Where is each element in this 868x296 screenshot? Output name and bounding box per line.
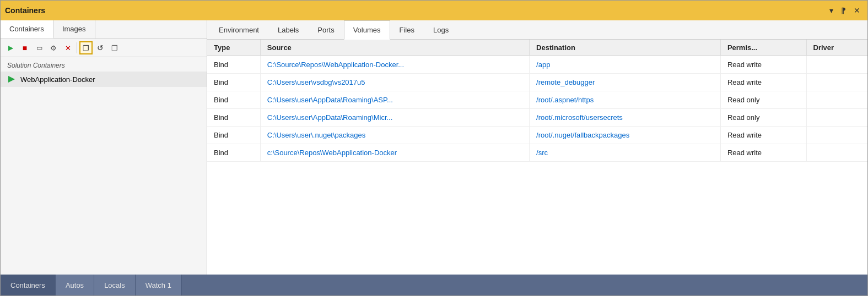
table-row[interactable]: Bindc:\Source\Repos\WebApplication-Docke… [207,144,867,162]
copy-all-button[interactable]: ❐ [108,41,121,54]
cell-source[interactable]: C:\Users\user\AppData\Roaming\ASP... [260,91,529,109]
terminal-button[interactable]: ▭ [33,41,46,54]
destination-link[interactable]: /app [536,61,550,69]
col-source: Source [260,40,529,56]
window-title: Containers [5,6,45,15]
left-toolbar: ▶ ■ ▭ ⚙ ✕ ❐ ↺ [1,39,207,57]
source-link[interactable]: C:\Users\user\AppData\Roaming\ASP... [267,96,393,104]
cell-source[interactable]: C:\Users\user\.nuget\packages [260,127,529,144]
left-tabs: Containers Images [1,20,207,39]
col-driver: Driver [806,40,867,56]
right-panel: Environment Labels Ports Volumes Files L… [207,20,867,275]
destination-link[interactable]: /src [536,149,548,157]
title-bar-left: Containers [5,6,45,15]
table-row[interactable]: BindC:\Source\Repos\WebApplication-Docke… [207,56,867,74]
source-link[interactable]: C:\Source\Repos\WebApplication-Docker... [267,61,404,69]
source-link[interactable]: C:\Users\user\.nuget\packages [267,131,365,139]
col-type: Type [207,40,260,56]
cell-type: Bind [207,109,260,127]
status-tab-autos-label: Autos [66,281,84,289]
main-area: Containers Images ▶ ■ ▭ ⚙ ✕ [1,20,867,275]
tab-images[interactable]: Images [53,20,95,39]
table-row[interactable]: BindC:\Users\user\.nuget\packages/root/.… [207,127,867,144]
cell-source[interactable]: c:\Source\Repos\WebApplication-Docker [260,144,529,162]
volumes-table: Type Source Destination Permis... Driver… [207,40,867,162]
status-tab-locals[interactable]: Locals [94,275,136,295]
source-link[interactable]: C:\Users\user\vsdbg\vs2017u5 [267,78,365,86]
title-bar-controls: ▾ ⁋ ✕ [827,5,863,16]
table-header-row: Type Source Destination Permis... Driver [207,40,867,56]
cell-driver [806,91,867,109]
container-name: WebApplication-Docker [20,75,95,84]
cell-driver [806,56,867,74]
cell-destination[interactable]: /root/.aspnet/https [530,91,721,109]
tab-files[interactable]: Files [390,20,424,40]
stop-button[interactable]: ■ [18,41,31,54]
source-link[interactable]: c:\Source\Repos\WebApplication-Docker [267,149,397,157]
destination-link[interactable]: /root/.aspnet/https [536,96,594,104]
detail-tabs: Environment Labels Ports Volumes Files L… [207,20,867,40]
close-button[interactable]: ✕ [851,5,863,16]
cell-type: Bind [207,56,260,74]
left-panel: Containers Images ▶ ■ ▭ ⚙ ✕ [1,20,207,275]
cell-permissions: Read write [720,56,806,74]
cell-driver [806,74,867,91]
cell-destination[interactable]: /src [530,144,721,162]
cell-permissions: Read write [720,127,806,144]
status-tab-locals-label: Locals [104,281,125,289]
destination-link[interactable]: /remote_debugger [536,78,595,86]
col-destination: Destination [530,40,721,56]
source-link[interactable]: C:\Users\user\AppData\Roaming\Micr... [267,113,393,122]
status-tab-containers[interactable]: Containers [1,275,56,295]
table-row[interactable]: BindC:\Users\user\vsdbg\vs2017u5/remote_… [207,74,867,91]
cell-source[interactable]: C:\Source\Repos\WebApplication-Docker... [260,56,529,74]
cell-type: Bind [207,144,260,162]
destination-link[interactable]: /root/.microsoft/usersecrets [536,113,623,122]
cell-driver [806,109,867,127]
tab-logs[interactable]: Logs [424,20,458,40]
running-icon [7,75,16,84]
table-row[interactable]: BindC:\Users\user\AppData\Roaming\Micr..… [207,109,867,127]
cell-destination[interactable]: /root/.nuget/fallbackpackages [530,127,721,144]
play-button[interactable]: ▶ [4,41,17,54]
tab-ports[interactable]: Ports [308,20,343,40]
solution-label: Solution Containers [1,57,207,72]
status-tab-watch[interactable]: Watch 1 [136,275,182,295]
tab-containers[interactable]: Containers [1,20,53,39]
status-tab-autos[interactable]: Autos [56,275,94,295]
cell-permissions: Read write [720,144,806,162]
minimize-button[interactable]: ▾ [827,5,836,16]
cell-driver [806,144,867,162]
toolbar-separator [77,42,77,53]
cell-permissions: Read write [720,74,806,91]
status-tab-containers-label: Containers [10,281,45,289]
cell-driver [806,127,867,144]
col-permissions: Permis... [720,40,806,56]
container-item[interactable]: WebApplication-Docker [1,72,207,87]
pin-button[interactable]: ⁋ [838,5,849,16]
copy-button[interactable]: ❐ [79,41,93,54]
cell-destination[interactable]: /remote_debugger [530,74,721,91]
play-triangle [8,76,15,83]
cell-source[interactable]: C:\Users\user\AppData\Roaming\Micr... [260,109,529,127]
cell-permissions: Read only [720,91,806,109]
cell-source[interactable]: C:\Users\user\vsdbg\vs2017u5 [260,74,529,91]
tab-labels[interactable]: Labels [268,20,308,40]
volumes-table-container: Type Source Destination Permis... Driver… [207,40,867,275]
status-tab-watch-label: Watch 1 [145,281,171,289]
main-window: Containers ▾ ⁋ ✕ Containers Images ▶ ■ [0,0,868,296]
cell-type: Bind [207,74,260,91]
delete-button[interactable]: ✕ [61,41,74,54]
status-bar: Containers Autos Locals Watch 1 [1,275,867,295]
settings-button[interactable]: ⚙ [47,41,60,54]
cell-destination[interactable]: /app [530,56,721,74]
tab-environment[interactable]: Environment [209,20,268,40]
table-row[interactable]: BindC:\Users\user\AppData\Roaming\ASP...… [207,91,867,109]
cell-type: Bind [207,91,260,109]
destination-link[interactable]: /root/.nuget/fallbackpackages [536,131,629,139]
refresh-button[interactable]: ↺ [94,41,107,54]
cell-type: Bind [207,127,260,144]
tab-volumes[interactable]: Volumes [344,20,390,40]
cell-destination[interactable]: /root/.microsoft/usersecrets [530,109,721,127]
title-bar: Containers ▾ ⁋ ✕ [1,1,867,20]
